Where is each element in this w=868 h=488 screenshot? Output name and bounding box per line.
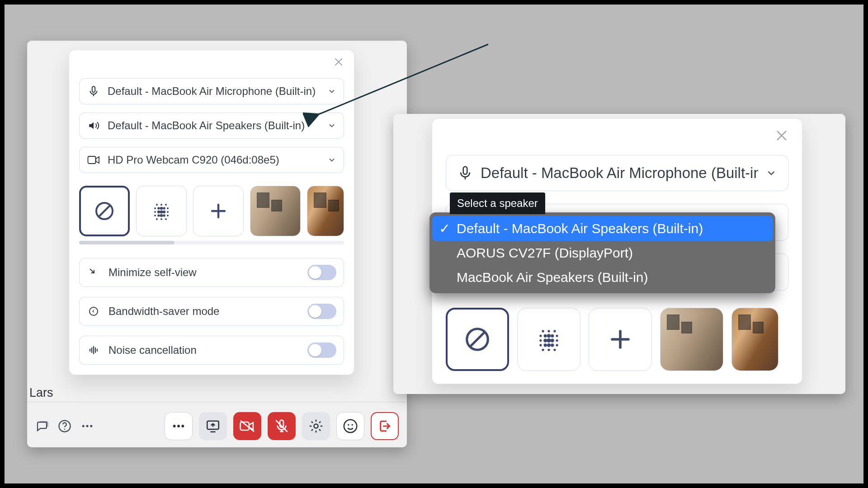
speaker-option-0[interactable]: ✓ Default - MacBook Air Speakers (Built-… [432, 216, 773, 241]
overflow-icon[interactable] [80, 419, 94, 433]
screenshare-button[interactable] [199, 412, 227, 440]
svg-point-7 [154, 207, 156, 209]
svg-point-56 [539, 344, 542, 346]
svg-point-62 [547, 349, 550, 351]
speaker-option-1[interactable]: AORUS CV27F (DisplayPort) [432, 241, 773, 265]
svg-point-19 [160, 214, 163, 217]
svg-point-22 [156, 218, 158, 220]
svg-point-44 [547, 330, 550, 332]
svg-point-12 [154, 211, 156, 213]
noise-cancellation-toggle[interactable] [307, 343, 336, 358]
call-toolbar [27, 412, 407, 440]
close-icon[interactable] [333, 56, 344, 67]
svg-point-49 [551, 334, 554, 338]
bandwidth-saver-toggle[interactable] [307, 304, 336, 319]
background-image-2[interactable] [307, 186, 344, 236]
svg-point-10 [163, 207, 165, 210]
svg-point-48 [547, 334, 551, 338]
participant-name: Lars [29, 386, 53, 400]
speaker-dropdown[interactable]: ✓ Default - MacBook Air Speakers (Built-… [429, 212, 775, 293]
svg-point-15 [163, 211, 165, 213]
chevron-down-icon [327, 121, 336, 130]
mic-off-button[interactable] [268, 412, 296, 440]
speaker-select[interactable]: Default - MacBook Air Speakers (Built-in… [79, 113, 344, 139]
microphone-select[interactable]: Default - MacBook Air Microphone (Built-… [79, 78, 344, 104]
background-blur[interactable] [517, 308, 580, 371]
svg-point-50 [556, 335, 558, 337]
settings-popover: Default - MacBook Air Microphone (Built-… [69, 50, 354, 375]
svg-point-6 [165, 204, 167, 206]
speaker-option-label: Default - MacBook Air Speakers (Built-in… [457, 221, 703, 236]
svg-point-4 [156, 204, 158, 206]
microphone-select-label: Default - MacBook Air Microphone (Built-… [108, 85, 320, 98]
annotated-screenshot: Lars Default - MacBook Air Microphone (B… [5, 5, 863, 483]
svg-point-51 [539, 339, 542, 342]
bandwidth-icon [87, 306, 100, 317]
zoom-detail-panel: Default - MacBook Air Microphone (Built-… [393, 114, 845, 394]
svg-point-9 [160, 207, 163, 210]
minimize-self-view-row: Minimize self-view [79, 258, 344, 287]
svg-point-20 [163, 214, 165, 217]
background-add[interactable] [193, 186, 244, 236]
svg-point-33 [181, 425, 184, 427]
leave-button[interactable] [371, 412, 399, 440]
video-call-window: Lars Default - MacBook Air Microphone (B… [27, 41, 407, 447]
background-image-1[interactable] [660, 308, 723, 371]
svg-point-39 [348, 424, 349, 425]
svg-point-29 [86, 425, 89, 427]
speaker-option-label: MacBook Air Speakers (Built-in) [457, 270, 648, 285]
reactions-button[interactable] [336, 412, 364, 440]
microphone-select[interactable]: Default - MacBook Air Microphone (Built-… [446, 155, 788, 191]
background-none[interactable] [79, 186, 130, 236]
background-image-2[interactable] [731, 308, 778, 371]
svg-point-18 [157, 214, 160, 217]
svg-point-13 [157, 211, 160, 213]
camera-select[interactable]: HD Pro Webcam C920 (046d:08e5) [79, 147, 344, 173]
svg-point-21 [167, 215, 169, 216]
background-image-1[interactable] [250, 186, 301, 236]
camera-off-button[interactable] [233, 412, 261, 440]
svg-point-53 [547, 338, 551, 343]
svg-rect-41 [463, 167, 467, 174]
close-icon[interactable] [775, 129, 788, 142]
speaker-option-2[interactable]: MacBook Air Speakers (Built-in) [432, 265, 773, 290]
camera-icon [87, 155, 100, 165]
speaker-icon [87, 120, 100, 131]
background-add[interactable] [589, 308, 652, 371]
svg-point-47 [544, 334, 547, 338]
settings-button[interactable] [302, 412, 330, 440]
svg-point-55 [556, 339, 558, 342]
svg-point-54 [551, 338, 554, 342]
chevron-down-icon [327, 87, 336, 96]
chat-icon[interactable] [35, 419, 49, 433]
minimize-icon [87, 267, 100, 277]
svg-point-40 [352, 424, 353, 425]
svg-point-14 [160, 210, 163, 213]
svg-point-24 [165, 218, 167, 220]
svg-point-11 [167, 207, 169, 209]
more-button[interactable] [165, 412, 193, 440]
speaker-option-label: AORUS CV27F (DisplayPort) [457, 245, 633, 261]
svg-point-61 [542, 349, 544, 351]
noise-cancellation-icon [87, 345, 100, 356]
svg-point-28 [82, 425, 85, 427]
microphone-icon [87, 85, 100, 97]
svg-point-8 [157, 207, 160, 210]
chevron-down-icon [765, 167, 777, 179]
svg-point-23 [160, 218, 162, 220]
svg-point-5 [160, 204, 162, 206]
microphone-select-label: Default - MacBook Air Microphone (Built-… [481, 164, 758, 182]
svg-point-43 [542, 330, 544, 332]
svg-point-27 [64, 429, 66, 430]
checkmark-icon: ✓ [439, 221, 450, 236]
noise-cancellation-row: Noise cancellation [79, 336, 344, 365]
minimize-self-view-toggle[interactable] [307, 265, 336, 280]
background-scrollbar[interactable] [79, 241, 344, 244]
help-icon[interactable] [58, 419, 71, 433]
background-none[interactable] [446, 308, 509, 371]
background-blur[interactable] [136, 186, 187, 236]
svg-point-63 [553, 349, 556, 351]
svg-point-60 [556, 344, 558, 346]
svg-point-59 [551, 343, 554, 347]
minimize-self-view-label: Minimize self-view [108, 266, 299, 279]
